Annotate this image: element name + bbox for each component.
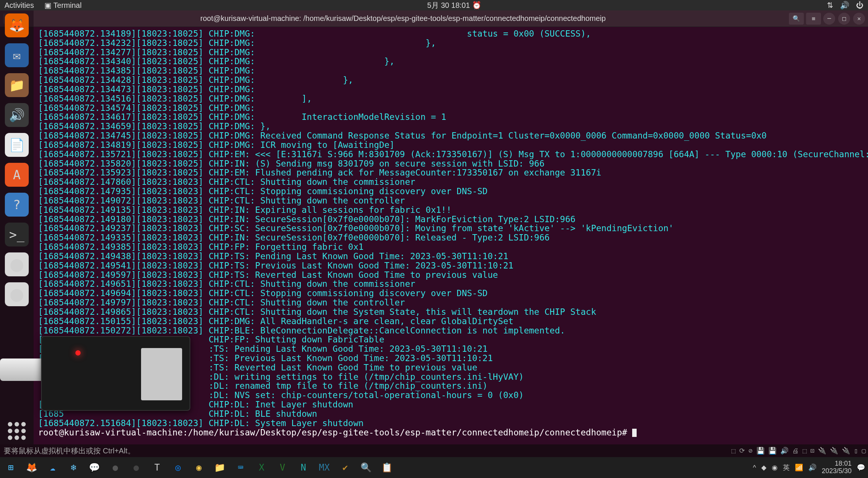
vm-icon[interactable]: ▢ [862, 447, 866, 454]
taskbar-app1[interactable]: 🦊 [24, 460, 40, 475]
taskbar-app5[interactable]: ● [107, 460, 123, 475]
vm-icon[interactable]: 🔌 [830, 447, 838, 454]
vm-icon[interactable]: 🔌 [818, 447, 826, 454]
taskbar-explorer[interactable]: 📁 [212, 460, 228, 475]
vmware-hint-bar: 要将鼠标从虚拟机中移出或按 Ctrl+Alt。 [0, 444, 139, 457]
terminal-icon: ▣ [44, 1, 51, 9]
taskbar-start[interactable]: ⊞ [3, 460, 19, 475]
dock-terminal[interactable]: >_ [5, 223, 29, 246]
terminal-label: Terminal [53, 1, 82, 9]
notification-icon: ⏰ [472, 1, 481, 9]
dock-disk[interactable]: ⬤ [5, 252, 29, 276]
dock-help[interactable]: ? [5, 193, 29, 217]
activities-button[interactable]: Activities [4, 1, 34, 10]
taskbar-app6[interactable]: ● [128, 460, 144, 475]
log-line: [1685440872.150272][18023:18023] CHIP:BL… [38, 326, 864, 335]
taskbar-app12[interactable]: X [254, 460, 269, 475]
vmware-status-icons: ⬚ ⟳ ⊘ 💾 💾 🔊 🖨 ⬚ ⊡ 🔌 🔌 🔌 ▯ ▢ [731, 445, 866, 456]
log-line: [1685440872.134819][18023:18025] CHIP:DM… [38, 140, 864, 150]
vm-icon[interactable]: 💾 [768, 447, 777, 454]
maximize-button[interactable]: □ [838, 13, 850, 25]
tray-app-icon[interactable]: ◉ [772, 463, 778, 472]
show-applications-button[interactable] [8, 422, 26, 440]
taskbar-app18[interactable]: 📋 [379, 460, 395, 475]
vm-icon[interactable]: ⊡ [810, 447, 814, 454]
vm-icon[interactable]: ⟳ [739, 447, 745, 454]
taskbar-chrome[interactable]: ◉ [191, 460, 207, 475]
network-icon[interactable]: ⇅ [827, 1, 833, 10]
taskbar-wechat[interactable]: 💬 [87, 460, 102, 475]
vm-icon[interactable]: 💾 [756, 447, 765, 454]
terminal-indicator[interactable]: ▣ Terminal [44, 1, 82, 10]
vm-icon[interactable]: ⬚ [731, 447, 736, 454]
tray-app-icon[interactable]: ◆ [761, 463, 766, 472]
taskbar-clock[interactable]: 18:01 2023/5/30 [822, 460, 852, 475]
tray-chevron-icon[interactable]: ^ [753, 464, 756, 472]
log-line: [1685440872.134574][18023:18025] CHIP:DM… [38, 103, 864, 113]
log-line: [1685440872.149797][18023:18023] CHIP:CT… [38, 298, 864, 307]
log-line: [1685440872.134745][18023:18025] CHIP:DM… [38, 131, 864, 140]
log-line: [1685440872.149541][18023:18023] CHIP:TS… [38, 261, 864, 270]
taskbar-edge[interactable]: ◎ [170, 460, 186, 475]
log-line: [1685440872.149385][18023:18023] CHIP:FP… [38, 242, 864, 252]
taskbar-app2[interactable]: ☁ [45, 460, 60, 475]
shell-prompt: root@kurisaw-virtual-machine:/home/kuris… [38, 428, 632, 437]
log-line: [1685440872.149237][18023:18023] CHIP:SC… [38, 224, 864, 233]
taskbar-app16[interactable]: ✔ [337, 460, 353, 475]
log-line: [1685440872.134232][18023:18025] CHIP:DM… [38, 38, 864, 48]
cursor [632, 429, 637, 437]
system-tray[interactable]: ^ ◆ ◉ 英 📶 🔊 18:01 2023/5/30 💬 [753, 460, 865, 475]
taskbar-app14[interactable]: N [296, 460, 311, 475]
vm-icon[interactable]: 🔌 [842, 447, 850, 454]
notification-center-icon[interactable]: 💬 [857, 463, 865, 472]
log-line: [1685440872.150155][18023:18023] CHIP:DM… [38, 317, 864, 326]
taskbar-app17[interactable]: 🔍 [358, 460, 374, 475]
log-line: [1685440872.134659][18023:18025] CHIP:DM… [38, 122, 864, 131]
esp32-board-physical [41, 336, 190, 411]
log-line: [1685440872.134277][18023:18025] CHIP:DM… [38, 48, 864, 57]
log-line: [1685440872.149438][18023:18023] CHIP:TS… [38, 252, 864, 261]
close-button[interactable]: ✕ [853, 13, 865, 25]
log-line: [1685440872.149335][18023:18023] CHIP:IN… [38, 233, 864, 242]
vm-icon[interactable]: ⬚ [803, 447, 807, 454]
gnome-clock[interactable]: 5月 30 18:01 ⏰ [82, 0, 827, 10]
tray-ime[interactable]: 英 [783, 463, 790, 472]
windows-taskbar: ⊞🦊☁❄💬●●T◎◉📁⌨XVNMX✔🔍📋 ^ ◆ ◉ 英 📶 🔊 18:01 2… [0, 457, 868, 478]
taskbar-app15[interactable]: MX [316, 460, 332, 475]
log-line: [1685440872.149072][18023:18023] CHIP:CT… [38, 196, 864, 205]
dock-disk2[interactable]: ⬤ [5, 282, 29, 306]
tray-volume-icon[interactable]: 🔊 [808, 463, 817, 472]
dock-software[interactable]: A [5, 163, 29, 187]
esp32-power-led [75, 350, 81, 356]
hamburger-menu[interactable]: ≡ [806, 13, 821, 25]
taskbar-vim[interactable]: V [275, 460, 290, 475]
log-line: [1685440872.149651][18023:18023] CHIP:CT… [38, 279, 864, 289]
log-line: [1685440872.134516][18023:18025] CHIP:DM… [38, 94, 864, 103]
dock-rhythmbox[interactable]: 🔊 [5, 103, 29, 127]
vm-icon[interactable]: ⊘ [749, 447, 753, 454]
menu-icon: ≡ [812, 15, 815, 22]
taskbar-vscode[interactable]: ⌨ [233, 460, 249, 475]
log-line: [1685440872.135820][18023:18025] CHIP:IN… [38, 159, 864, 168]
volume-icon[interactable]: 🔊 [840, 1, 849, 10]
clock-time: 18:01 [822, 460, 852, 468]
vm-icon[interactable]: ▯ [854, 447, 858, 454]
dock-libreoffice[interactable]: 📄 [5, 133, 29, 157]
minimize-button[interactable]: ─ [823, 13, 835, 25]
log-line: [1685440872.147935][18023:18023] CHIP:CT… [38, 187, 864, 196]
dock-firefox[interactable]: 🦊 [5, 13, 29, 37]
taskbar-app3[interactable]: ❄ [66, 460, 81, 475]
tray-wifi-icon[interactable]: 📶 [795, 463, 803, 472]
vm-icon[interactable]: 🖨 [792, 447, 799, 454]
log-line: [1685440872.147860][18023:18023] CHIP:CT… [38, 177, 864, 187]
dock-files[interactable]: 📁 [5, 73, 29, 97]
taskbar-text[interactable]: T [149, 460, 165, 475]
vm-icon[interactable]: 🔊 [780, 447, 789, 454]
log-line: [1685440872.149865][18023:18023] CHIP:CT… [38, 307, 864, 317]
dock-thunderbird[interactable]: ✉ [5, 43, 29, 67]
search-button[interactable]: 🔍 [789, 13, 804, 25]
log-line: [1685440872.134428][18023:18025] CHIP:DM… [38, 75, 864, 85]
power-icon[interactable]: ⏻ [856, 1, 864, 10]
window-title: root@kurisaw-virtual-machine: /home/kuri… [17, 14, 789, 23]
gnome-datetime: 5月 30 18:01 [427, 1, 470, 9]
